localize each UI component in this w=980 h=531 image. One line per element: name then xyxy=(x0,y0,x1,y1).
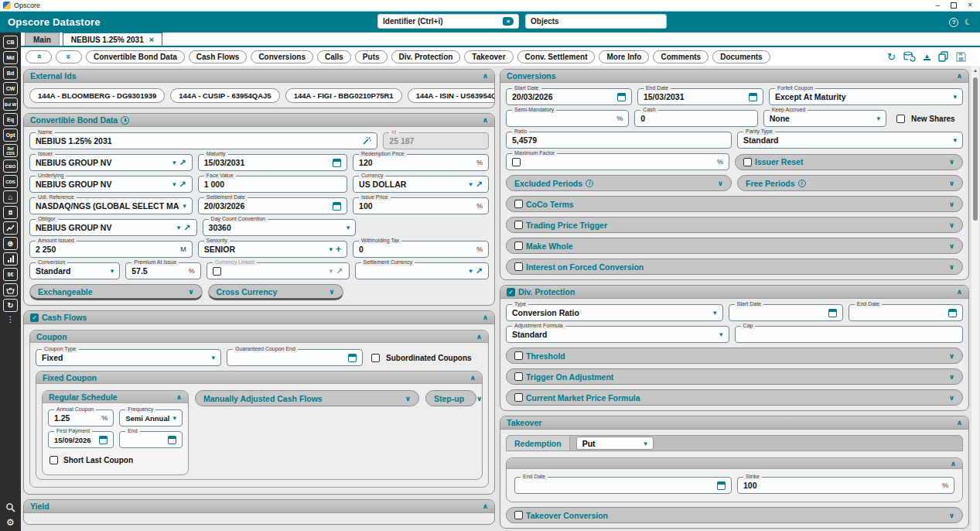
sidebar-item-md[interactable]: Md xyxy=(3,51,18,64)
objects-search-field[interactable] xyxy=(525,14,667,29)
first-payment-field[interactable]: First Payment 15/09/2026 xyxy=(48,431,114,448)
external-link-icon[interactable]: ↗ xyxy=(183,223,190,233)
frequency-field[interactable]: Frequency Semi Annual ▾ xyxy=(119,409,183,427)
chevron-up-icon[interactable]: ∧ xyxy=(957,72,962,80)
seniority-field[interactable]: Seniority SENIOR ▾ + xyxy=(198,241,347,258)
conversion-end-date-field[interactable]: End Date 15/03/2031 xyxy=(637,88,763,105)
chevron-down-icon[interactable]: ∨ xyxy=(949,352,954,360)
sidebar-item-cds[interactable]: CDS xyxy=(3,175,18,188)
chevron-down-icon[interactable]: ∨ xyxy=(949,263,954,271)
gear-icon[interactable]: ⚙ xyxy=(6,517,15,528)
udl-reference-field[interactable]: Udl. Reference NASDAQ/NGS (GLOBAL SELECT… xyxy=(29,197,193,214)
cap-field[interactable]: Cap xyxy=(735,326,963,343)
objects-input[interactable] xyxy=(531,17,661,26)
external-link-icon[interactable]: ↗ xyxy=(179,180,186,190)
chevron-down-icon[interactable]: ∨ xyxy=(718,180,723,187)
maturity-field[interactable]: Maturity 15/03/2031 xyxy=(198,154,347,171)
bond-index-chart-icon[interactable] xyxy=(3,252,18,266)
external-id-chip[interactable]: 144A - FIGI - BBG0210P75R1 xyxy=(285,88,402,103)
semi-mandatory-field[interactable]: Semi-Mandatory % xyxy=(506,110,629,127)
tab-nebius[interactable]: NEBIUS 1.25% 2031 × xyxy=(63,33,162,46)
sidebar-item-bdw[interactable]: Bd W xyxy=(3,98,18,111)
chevron-down-icon[interactable]: ∨ xyxy=(949,158,954,166)
coco-terms-collapsed-panel[interactable]: CoCo Terms ∨ xyxy=(506,196,963,212)
chevron-up-icon[interactable]: ∧ xyxy=(476,333,482,341)
strike-field[interactable]: Strike 100 % xyxy=(737,477,954,494)
calendar-icon[interactable] xyxy=(617,93,626,101)
coupon-header[interactable]: Coupon ∧ xyxy=(30,331,488,343)
settlement-date-field[interactable]: Settlement Date 20/03/2026 xyxy=(198,197,347,214)
help-icon[interactable]: ? xyxy=(949,18,958,27)
div-protection-header[interactable]: ✓Div. Protection ∧ xyxy=(500,286,968,299)
sidebar-item-bd[interactable]: Bd xyxy=(3,67,18,80)
redemption-price-field[interactable]: Redemption Price 120 % xyxy=(353,154,489,171)
magic-wand-icon[interactable] xyxy=(362,136,371,146)
withholding-tax-field[interactable]: Withholding Tax 0 % xyxy=(353,241,489,258)
calendar-icon[interactable] xyxy=(99,436,108,444)
goto-comments-button[interactable]: Comments xyxy=(653,50,709,63)
forfeit-coupon-field[interactable]: Forfeit Coupon Except At Maturity ▾ xyxy=(769,88,963,105)
calendar-icon[interactable] xyxy=(828,309,837,317)
search-icon[interactable] xyxy=(5,502,15,512)
premium-at-issue-field[interactable]: Premium At Issue 57.5 % xyxy=(125,262,201,279)
day-count-convention-field[interactable]: Day Count Convention 30360 ▾ xyxy=(203,219,357,236)
globe-icon[interactable]: ⊕ xyxy=(3,237,18,250)
upload-icon[interactable]: ▲ xyxy=(924,53,930,60)
takeover-header[interactable]: Takeover ∧ xyxy=(500,416,968,430)
calendar-icon[interactable] xyxy=(348,354,357,362)
external-ids-header[interactable]: External Ids ∧ xyxy=(24,70,494,83)
chevron-down-icon[interactable]: ▾ xyxy=(469,180,473,188)
step-up-collapsed-panel[interactable]: Step-up ∨ xyxy=(425,390,476,406)
div-protection-type-field[interactable]: Type Conversion Ratio ▾ xyxy=(506,304,723,321)
identifier-input[interactable] xyxy=(383,17,503,26)
calendar-icon[interactable] xyxy=(168,436,176,444)
chevron-down-icon[interactable]: ▾ xyxy=(330,245,333,253)
subordinated-coupons-checkbox[interactable] xyxy=(371,354,380,362)
clear-input-icon[interactable]: × xyxy=(503,17,514,26)
chevron-up-icon[interactable]: ∧ xyxy=(483,313,488,321)
sidebar-item-opt[interactable]: Opt xyxy=(3,128,18,142)
sidebar-item-cw[interactable]: CW xyxy=(3,82,18,95)
goto-convertible-bond-data-button[interactable]: Convertible Bond Data xyxy=(86,50,185,63)
maximum-factor-checkbox[interactable] xyxy=(512,158,521,166)
vertical-scrollbar[interactable]: ▲ xyxy=(971,66,979,531)
cash-flows-header[interactable]: ✓Cash Flows ∧ xyxy=(24,311,494,324)
sidebar-item-cbo[interactable]: CBO xyxy=(3,159,18,173)
calendar-icon[interactable] xyxy=(749,93,757,101)
info-icon[interactable]: i xyxy=(798,180,806,187)
tab-close-icon[interactable]: × xyxy=(149,35,154,44)
chevron-up-icon[interactable]: ∧ xyxy=(483,116,488,124)
goto-conv-settlement-button[interactable]: Conv. Settlement xyxy=(517,50,596,63)
div-protection-checkbox[interactable]: ✓ xyxy=(507,288,515,296)
coins-icon[interactable]: ¤ xyxy=(3,206,18,219)
redemption-put-header[interactable]: ∧ xyxy=(507,458,962,469)
trigger-on-adjustment-checkbox[interactable] xyxy=(514,372,523,381)
calendar-icon[interactable] xyxy=(333,202,341,211)
coupon-type-field[interactable]: Coupon Type Fixed ▾ xyxy=(36,349,221,366)
coco-terms-checkbox[interactable] xyxy=(514,200,523,208)
expand-all-button[interactable]: » xyxy=(56,50,82,63)
currency-field[interactable]: Currency US DOLLAR ▾ ↗ xyxy=(353,176,489,193)
underlying-field[interactable]: Underlying NEBIUS GROUP NV ▾ ↗ xyxy=(29,176,193,193)
goto-cash-flows-button[interactable]: Cash Flows xyxy=(189,50,248,63)
chevron-down-icon[interactable]: ▾ xyxy=(713,309,717,317)
cross-currency-collapsed-panel[interactable]: Cross Currency ∨ xyxy=(208,284,343,300)
calendar-icon[interactable] xyxy=(948,309,957,317)
guaranteed-coupon-end-field[interactable]: Guaranteed Coupon End xyxy=(227,349,363,366)
convertible-bond-data-header[interactable]: Convertible Bond Data ∧ xyxy=(24,114,494,127)
line-chart-icon[interactable] xyxy=(3,221,18,235)
chevron-down-icon[interactable]: ∨ xyxy=(188,288,193,296)
chevron-down-icon[interactable]: ∨ xyxy=(949,221,954,229)
chevron-down-icon[interactable]: ▾ xyxy=(172,159,176,166)
takeover-conversion-checkbox[interactable] xyxy=(514,511,523,519)
copy-icon[interactable] xyxy=(938,51,948,62)
chevron-down-icon[interactable]: ▾ xyxy=(172,180,176,188)
interest-on-forced-conversion-collapsed-panel[interactable]: Interest on Forced Conversion ∨ xyxy=(506,259,963,275)
ratio-field[interactable]: Ratio 5,4579 xyxy=(506,132,732,149)
regular-schedule-header[interactable]: Regular Schedule ∧ xyxy=(43,391,188,403)
goto-takeover-button[interactable]: Takeover xyxy=(464,50,513,63)
chevron-up-icon[interactable]: ∧ xyxy=(483,502,488,510)
free-periods-collapsed-panel[interactable]: Free Periodsi ∨ xyxy=(737,175,963,191)
more-items-icon[interactable]: ⋮ xyxy=(7,315,15,324)
conversions-header[interactable]: Conversions ∧ xyxy=(500,70,968,83)
